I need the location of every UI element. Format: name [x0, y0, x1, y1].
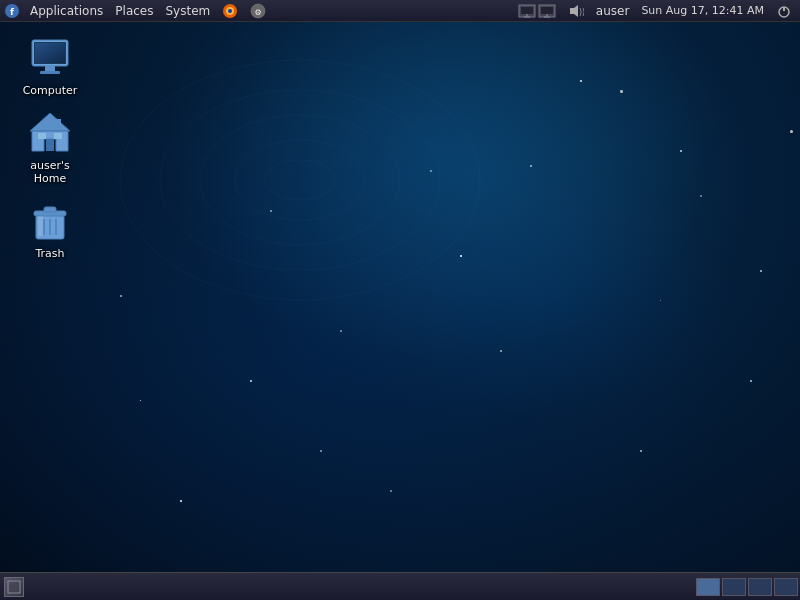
- star: [580, 80, 582, 82]
- svg-text:)))): )))): [579, 8, 584, 17]
- star: [340, 330, 342, 332]
- top-panel: f Applications Places System ⚙: [0, 0, 800, 22]
- star: [790, 130, 793, 133]
- star: [760, 270, 762, 272]
- svg-text:f: f: [10, 7, 14, 17]
- star: [430, 170, 432, 172]
- star: [320, 450, 322, 452]
- menu-applications[interactable]: Applications: [24, 0, 109, 22]
- star: [530, 165, 532, 167]
- svg-point-3: [235, 140, 365, 220]
- svg-point-0: [120, 60, 480, 300]
- home-icon[interactable]: auser's Home: [10, 105, 90, 189]
- svg-rect-17: [541, 7, 553, 14]
- spiral-decoration: [100, 30, 500, 330]
- desktop-icons-container: Computer auser's Home: [10, 30, 90, 264]
- workspace-2-button[interactable]: [722, 578, 746, 596]
- svg-rect-13: [521, 7, 533, 14]
- star: [620, 90, 623, 93]
- svg-rect-37: [44, 207, 56, 212]
- svg-rect-34: [56, 119, 61, 129]
- svg-point-1: [160, 90, 440, 270]
- star: [500, 350, 502, 352]
- computer-icon[interactable]: Computer: [10, 30, 90, 101]
- power-icon[interactable]: [772, 0, 796, 22]
- svg-rect-26: [35, 43, 65, 63]
- svg-rect-32: [54, 133, 62, 139]
- computer-label: Computer: [23, 84, 78, 97]
- desktop: f Applications Places System ⚙: [0, 0, 800, 600]
- volume-icon[interactable]: )))): [564, 0, 588, 22]
- star: [270, 210, 272, 212]
- star: [180, 500, 182, 502]
- star: [120, 295, 122, 297]
- firefox-launcher[interactable]: [216, 0, 244, 22]
- svg-marker-30: [30, 113, 70, 131]
- bottom-panel: [0, 572, 800, 600]
- svg-marker-20: [570, 5, 578, 17]
- svg-rect-28: [40, 71, 60, 74]
- extra-panel-icon[interactable]: ⚙: [244, 0, 272, 22]
- menu-system[interactable]: System: [159, 0, 216, 22]
- star: [640, 450, 642, 452]
- workspace-3-button[interactable]: [748, 578, 772, 596]
- computer-icon-image: [26, 34, 74, 82]
- svg-rect-41: [38, 216, 43, 236]
- menu-places[interactable]: Places: [109, 0, 159, 22]
- svg-point-9: [228, 9, 232, 13]
- trash-icon-image: [26, 197, 74, 245]
- network-icons[interactable]: [514, 3, 560, 19]
- workspace-4-button[interactable]: [774, 578, 798, 596]
- star: [700, 195, 702, 197]
- home-label: auser's Home: [14, 159, 86, 185]
- star: [460, 255, 462, 257]
- trash-icon[interactable]: Trash: [10, 193, 90, 264]
- home-icon-image: [26, 109, 74, 157]
- workspace-switcher: [696, 578, 800, 596]
- svg-rect-33: [38, 133, 46, 139]
- panel-left: f Applications Places System ⚙: [0, 0, 514, 22]
- taskbar-left: [0, 577, 28, 597]
- datetime-label: Sun Aug 17, 12:41 AM: [637, 0, 768, 22]
- panel-right: )))) auser Sun Aug 17, 12:41 AM: [514, 0, 800, 22]
- workspace-1-button[interactable]: [696, 578, 720, 596]
- svg-rect-31: [46, 139, 54, 151]
- username-label: auser: [592, 0, 634, 22]
- star: [390, 490, 392, 492]
- fedora-logo-icon: f: [4, 3, 20, 19]
- star: [250, 380, 252, 382]
- svg-text:⚙: ⚙: [255, 8, 262, 17]
- star: [140, 400, 141, 401]
- star: [680, 150, 682, 152]
- trash-label: Trash: [35, 247, 64, 260]
- svg-point-4: [265, 160, 335, 200]
- star: [750, 380, 752, 382]
- svg-point-2: [200, 115, 400, 245]
- show-desktop-button[interactable]: [4, 577, 24, 597]
- svg-rect-27: [45, 66, 55, 71]
- star: [660, 300, 661, 301]
- svg-rect-43: [10, 583, 18, 591]
